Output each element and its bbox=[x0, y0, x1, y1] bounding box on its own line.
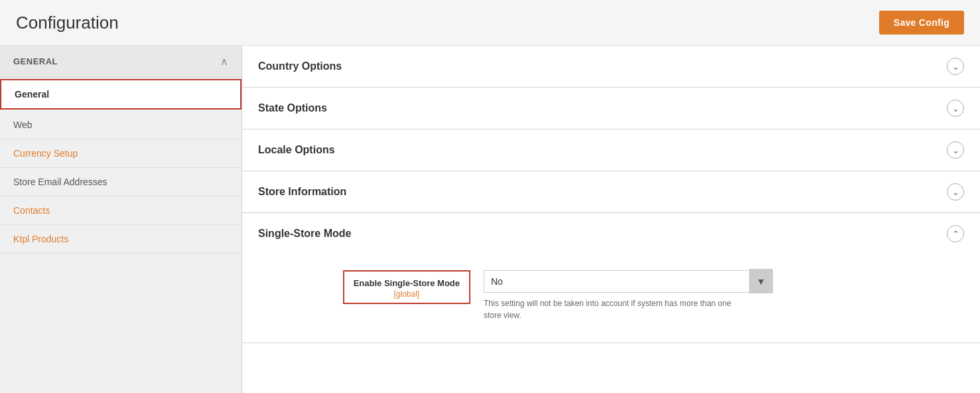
accordion-country-options: Country Options ⌄ bbox=[242, 46, 980, 88]
accordion-title-country-options: Country Options bbox=[258, 60, 342, 72]
enable-single-store-field-row: Enable Single-Store Mode [global] No Yes… bbox=[258, 265, 964, 321]
accordion-title-state-options: State Options bbox=[258, 102, 327, 114]
accordion-header-store-information[interactable]: Store Information ⌄ bbox=[242, 171, 980, 212]
chevron-down-icon-country: ⌄ bbox=[947, 58, 964, 75]
accordion-title-store-information: Store Information bbox=[258, 186, 346, 198]
accordion-title-single-store-mode: Single-Store Mode bbox=[258, 228, 351, 240]
sidebar-item-contacts[interactable]: Contacts bbox=[0, 196, 242, 225]
accordion-title-locale-options: Locale Options bbox=[258, 144, 335, 156]
chevron-down-icon-locale: ⌄ bbox=[947, 141, 964, 159]
save-config-button[interactable]: Save Config bbox=[879, 11, 964, 35]
accordion-header-single-store-mode[interactable]: Single-Store Mode ⌃ bbox=[242, 213, 980, 254]
sidebar-item-currency-setup[interactable]: Currency Setup bbox=[0, 139, 242, 168]
field-hint-text: This setting will not be taken into acco… bbox=[484, 297, 749, 321]
accordion-header-country-options[interactable]: Country Options ⌄ bbox=[242, 46, 980, 87]
field-label-cell: Enable Single-Store Mode [global] bbox=[258, 265, 484, 304]
page-title: Configuration bbox=[16, 13, 119, 33]
sidebar-item-web[interactable]: Web bbox=[0, 111, 242, 139]
accordion-store-information: Store Information ⌄ bbox=[242, 171, 980, 213]
accordion-state-options: State Options ⌄ bbox=[242, 88, 980, 129]
sidebar-section-title: GENERAL bbox=[13, 56, 58, 66]
sidebar-item-general[interactable]: General bbox=[0, 79, 242, 110]
accordion-body-single-store-mode: Enable Single-Store Mode [global] No Yes… bbox=[242, 254, 980, 343]
field-select-wrapper: No Yes ▼ bbox=[484, 269, 964, 293]
chevron-up-icon-single-store: ⌃ bbox=[947, 225, 964, 242]
layout: GENERAL ∧ General Web Currency Setup Sto… bbox=[0, 46, 980, 393]
page-header: Configuration Save Config bbox=[0, 0, 980, 46]
main-content: Country Options ⌄ State Options ⌄ Locale… bbox=[242, 46, 980, 393]
accordion-single-store-mode: Single-Store Mode ⌃ Enable Single-Store … bbox=[242, 213, 980, 343]
select-arrow-button[interactable]: ▼ bbox=[749, 269, 773, 293]
accordion-header-state-options[interactable]: State Options ⌄ bbox=[242, 88, 980, 129]
sidebar-section-header[interactable]: GENERAL ∧ bbox=[0, 46, 242, 78]
chevron-up-icon: ∧ bbox=[220, 55, 228, 68]
field-label-box: Enable Single-Store Mode [global] bbox=[343, 270, 470, 304]
sidebar: GENERAL ∧ General Web Currency Setup Sto… bbox=[0, 46, 242, 393]
field-control-cell: No Yes ▼ This setting will not be taken … bbox=[484, 265, 964, 321]
chevron-down-icon-store-info: ⌄ bbox=[947, 183, 964, 200]
accordion-header-locale-options[interactable]: Locale Options ⌄ bbox=[242, 129, 980, 171]
accordion-locale-options: Locale Options ⌄ bbox=[242, 129, 980, 171]
field-scope-label: [global] bbox=[354, 289, 460, 299]
sidebar-items-list: General Web Currency Setup Store Email A… bbox=[0, 79, 242, 254]
enable-single-store-select[interactable]: No Yes bbox=[484, 270, 749, 293]
field-label-text: Enable Single-Store Mode bbox=[354, 278, 460, 288]
sidebar-item-ktpl-products[interactable]: Ktpl Products bbox=[0, 225, 242, 254]
chevron-down-icon-state: ⌄ bbox=[947, 100, 964, 117]
sidebar-item-store-email-addresses[interactable]: Store Email Addresses bbox=[0, 168, 242, 196]
